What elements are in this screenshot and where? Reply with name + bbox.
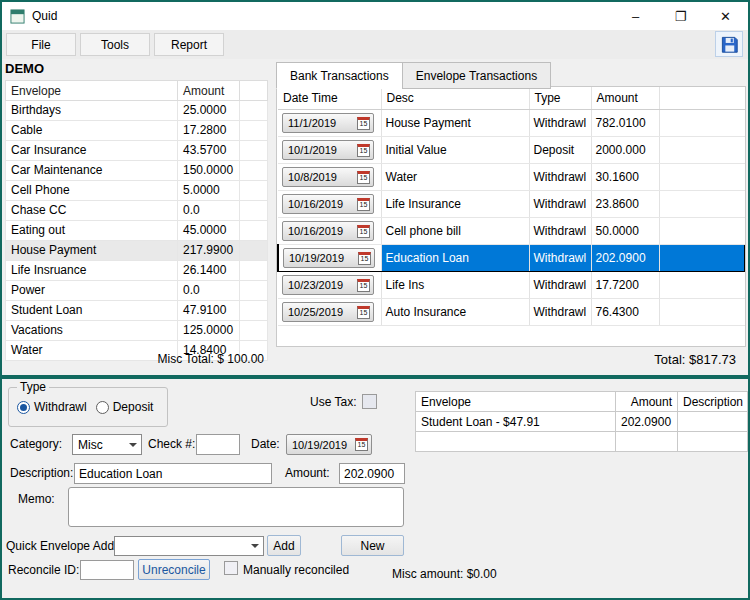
tx-type[interactable]: Withdrawl: [529, 245, 591, 272]
envelope-col-header[interactable]: Envelope: [6, 81, 178, 101]
tx-desc[interactable]: Life Ins: [381, 272, 529, 299]
use-tax-checkbox[interactable]: [362, 394, 377, 409]
envelope-name[interactable]: Cell Phone: [6, 181, 178, 201]
minimize-button[interactable]: –: [613, 2, 658, 30]
envelope-name[interactable]: Cable: [6, 121, 178, 141]
envelope-name[interactable]: Eating out: [6, 221, 178, 241]
envelope-row[interactable]: Student Loan47.9100: [6, 301, 268, 321]
tx-type[interactable]: Withdrawl: [529, 191, 591, 218]
amount-field[interactable]: [339, 463, 405, 484]
date-picker[interactable]: 10/25/201915: [282, 302, 374, 322]
envelope-name[interactable]: Birthdays: [6, 101, 178, 121]
tx-amount[interactable]: 202.0900: [591, 245, 659, 272]
transaction-row[interactable]: 10/8/201915 Water Withdrawl 30.1600: [278, 164, 745, 191]
check-number-field[interactable]: [196, 434, 240, 455]
tx-amount[interactable]: 50.0000: [591, 218, 659, 245]
envelope-row[interactable]: Power0.0: [6, 281, 268, 301]
quick-envelope-dropdown[interactable]: [114, 536, 264, 556]
date-col-header[interactable]: Date Time: [278, 87, 381, 110]
envelope-row[interactable]: Cell Phone5.0000: [6, 181, 268, 201]
envelope-row[interactable]: Car Maintenance150.0000: [6, 161, 268, 181]
envelope-row[interactable]: Cable17.2800: [6, 121, 268, 141]
envelope-name[interactable]: Student Loan: [6, 301, 178, 321]
tab-envelope-transactions[interactable]: Envelope Transactions: [402, 62, 551, 89]
close-button[interactable]: ✕: [703, 2, 748, 30]
envelope-amount[interactable]: 0.0: [178, 281, 240, 301]
envelope-amount[interactable]: 0.0: [178, 201, 240, 221]
tx-amount[interactable]: 782.0100: [591, 110, 659, 137]
envelope-name[interactable]: House Payment: [6, 241, 178, 261]
tx-type[interactable]: Withdrawl: [529, 110, 591, 137]
menu-tools[interactable]: Tools: [80, 33, 150, 56]
envelope-amount[interactable]: 5.0000: [178, 181, 240, 201]
tx-amount[interactable]: 30.1600: [591, 164, 659, 191]
tx-amount[interactable]: 17.7200: [591, 272, 659, 299]
manually-reconciled-checkbox[interactable]: [224, 561, 238, 575]
envelope-row[interactable]: Vacations125.0000: [6, 321, 268, 341]
tab-bank-transactions[interactable]: Bank Transactions: [276, 62, 403, 89]
split-row[interactable]: [416, 432, 748, 452]
transaction-row[interactable]: 10/23/201915 Life Ins Withdrawl 17.7200: [278, 272, 745, 299]
envelope-row[interactable]: Life Insruance26.1400: [6, 261, 268, 281]
tx-type[interactable]: Withdrawl: [529, 218, 591, 245]
date-picker[interactable]: 11/1/201915: [282, 113, 374, 133]
date-picker[interactable]: 10/16/201915: [282, 221, 374, 241]
tx-type[interactable]: Withdrawl: [529, 164, 591, 191]
envelope-amount[interactable]: 25.0000: [178, 101, 240, 121]
add-button[interactable]: Add: [267, 535, 301, 556]
tx-type[interactable]: Withdrawl: [529, 299, 591, 326]
split-description[interactable]: [678, 432, 748, 452]
tx-amount[interactable]: 76.4300: [591, 299, 659, 326]
transaction-row[interactable]: 10/16/201915 Cell phone bill Withdrawl 5…: [278, 218, 745, 245]
tx-desc[interactable]: Cell phone bill: [381, 218, 529, 245]
split-amount[interactable]: 202.0900: [616, 412, 678, 432]
save-button[interactable]: [715, 31, 743, 57]
envelope-row[interactable]: Eating out45.0000: [6, 221, 268, 241]
envelope-amount[interactable]: 26.1400: [178, 261, 240, 281]
type-col-header[interactable]: Type: [529, 87, 591, 110]
envelope-name[interactable]: Chase CC: [6, 201, 178, 221]
tx-desc[interactable]: Auto Insurance: [381, 299, 529, 326]
split-envelope[interactable]: [416, 432, 616, 452]
transaction-row[interactable]: 10/1/201915 Initial Value Deposit 2000.0…: [278, 137, 745, 164]
envelope-name[interactable]: Car Insurance: [6, 141, 178, 161]
date-picker[interactable]: 10/8/201915: [282, 167, 374, 187]
memo-field[interactable]: [68, 487, 404, 527]
envelope-row-selected[interactable]: House Payment217.9900: [6, 241, 268, 261]
tx-amount[interactable]: 23.8600: [591, 191, 659, 218]
transaction-row[interactable]: 11/1/201915 House Payment Withdrawl 782.…: [278, 110, 745, 137]
tx-desc[interactable]: Education Loan: [381, 245, 529, 272]
maximize-button[interactable]: ❐: [658, 2, 703, 30]
envelope-amount[interactable]: 125.0000: [178, 321, 240, 341]
envelope-name[interactable]: Power: [6, 281, 178, 301]
envelope-amount[interactable]: 43.5700: [178, 141, 240, 161]
split-envelope[interactable]: Student Loan - $47.91: [416, 412, 616, 432]
withdrawl-radio[interactable]: [17, 401, 30, 414]
envelope-name[interactable]: Vacations: [6, 321, 178, 341]
unreconcile-button[interactable]: Unreconcile: [138, 559, 210, 580]
deposit-radio[interactable]: [96, 401, 109, 414]
tx-desc[interactable]: Initial Value: [381, 137, 529, 164]
envelope-row[interactable]: Chase CC0.0: [6, 201, 268, 221]
envelope-amount[interactable]: 45.0000: [178, 221, 240, 241]
new-button[interactable]: New: [341, 535, 404, 556]
menu-file[interactable]: File: [6, 33, 76, 56]
envelope-row[interactable]: Birthdays25.0000: [6, 101, 268, 121]
form-date-picker[interactable]: 10/19/2019 15: [286, 434, 372, 455]
tx-desc[interactable]: House Payment: [381, 110, 529, 137]
envelope-amount[interactable]: 217.9900: [178, 241, 240, 261]
tx-amount[interactable]: 2000.000: [591, 137, 659, 164]
date-picker[interactable]: 10/1/201915: [282, 140, 374, 160]
transaction-row[interactable]: 10/25/201915 Auto Insurance Withdrawl 76…: [278, 299, 745, 326]
envelope-name[interactable]: Life Insruance: [6, 261, 178, 281]
split-amount[interactable]: [616, 432, 678, 452]
tx-type[interactable]: Deposit: [529, 137, 591, 164]
date-picker[interactable]: 10/23/201915: [282, 275, 374, 295]
transaction-row-selected[interactable]: 10/19/201915 Education Loan Withdrawl 20…: [278, 245, 745, 272]
transaction-row[interactable]: 10/16/201915 Life Insurance Withdrawl 23…: [278, 191, 745, 218]
envelope-amount[interactable]: 47.9100: [178, 301, 240, 321]
envelope-amount[interactable]: 150.0000: [178, 161, 240, 181]
envelope-name[interactable]: Water: [6, 341, 178, 361]
reconcile-id-field[interactable]: [80, 560, 134, 580]
split-description[interactable]: [678, 412, 748, 432]
